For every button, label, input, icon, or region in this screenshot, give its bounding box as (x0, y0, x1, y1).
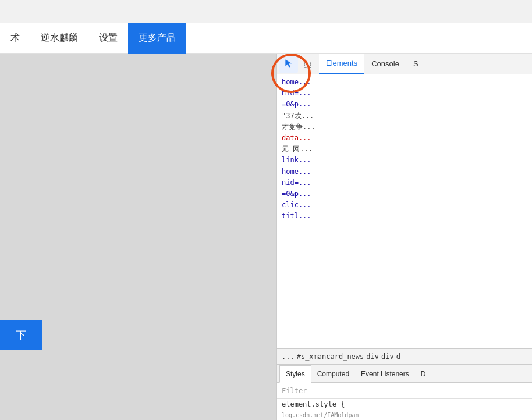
devtools-panel: ⬚ Elements Console S home... nid=. (276, 54, 532, 420)
download-button[interactable]: 下 (0, 320, 42, 350)
breadcrumb-s-xmancard-news[interactable]: #s_xmancard_news (297, 353, 364, 361)
breadcrumb-d[interactable]: d (396, 353, 400, 361)
browser-top-bar (0, 0, 532, 23)
breadcrumb-bar: ... #s_xmancard_news div div d (277, 348, 532, 365)
css-watermark: log.csdn.net/IAMoldpan (277, 410, 532, 420)
html-line: data... (277, 133, 532, 144)
html-line: "37坎... (277, 111, 532, 122)
dock-window-button[interactable]: ⬚ (300, 57, 314, 71)
html-line: =0&p... (277, 99, 532, 110)
tab-sources[interactable]: S (406, 54, 425, 74)
bottom-panel: Styles Computed Event Listeners D Filter… (277, 365, 532, 420)
html-line: clic... (277, 200, 532, 211)
html-line: home... (277, 77, 532, 88)
html-line: nid=... (277, 177, 532, 188)
filter-label: Filter (282, 387, 307, 395)
html-line: 才竞争... (277, 122, 532, 133)
breadcrumb-div-1[interactable]: div (366, 353, 379, 361)
tab-computed[interactable]: Computed (311, 365, 355, 383)
tab-event-listeners[interactable]: Event Listeners (355, 365, 415, 383)
html-line: nid=... (277, 88, 532, 99)
html-line: link... (277, 155, 532, 166)
breadcrumb-div-2[interactable]: div (381, 353, 394, 361)
nav-item-shu[interactable]: 术 (0, 23, 30, 54)
breadcrumb-ellipsis[interactable]: ... (282, 353, 295, 361)
html-line: titl... (277, 211, 532, 222)
tab-dom-breakpoints[interactable]: D (415, 365, 432, 383)
html-line: 元 网... (277, 144, 532, 155)
main-area: 下 ⬚ Elements Console (0, 54, 532, 420)
cursor-icon (283, 59, 294, 69)
inspect-element-button[interactable] (279, 55, 298, 73)
html-tree: home... nid=... =0&p... "37坎... 才竞争... d… (277, 74, 532, 348)
watermark-text: log.csdn.net/IAMoldpan (282, 412, 359, 418)
nav-item-settings[interactable]: 设置 (88, 23, 128, 54)
tab-styles[interactable]: Styles (279, 365, 311, 383)
nav-item-more-products[interactable]: 更多产品 (128, 23, 186, 54)
bottom-tabs-bar: Styles Computed Event Listeners D (277, 365, 532, 383)
css-element-style: element.style { (277, 399, 532, 410)
tab-elements[interactable]: Elements (319, 54, 364, 74)
filter-bar: Filter (277, 383, 532, 399)
page-content: 下 (0, 54, 276, 420)
tab-console[interactable]: Console (364, 54, 406, 74)
devtools-header: ⬚ Elements Console S (277, 54, 532, 74)
nav-bar: 术 逆水麒麟 设置 更多产品 (0, 23, 532, 54)
html-line: home... (277, 166, 532, 177)
nav-item-nishiqilin[interactable]: 逆水麒麟 (30, 23, 88, 54)
html-line: =0&p... (277, 188, 532, 200)
